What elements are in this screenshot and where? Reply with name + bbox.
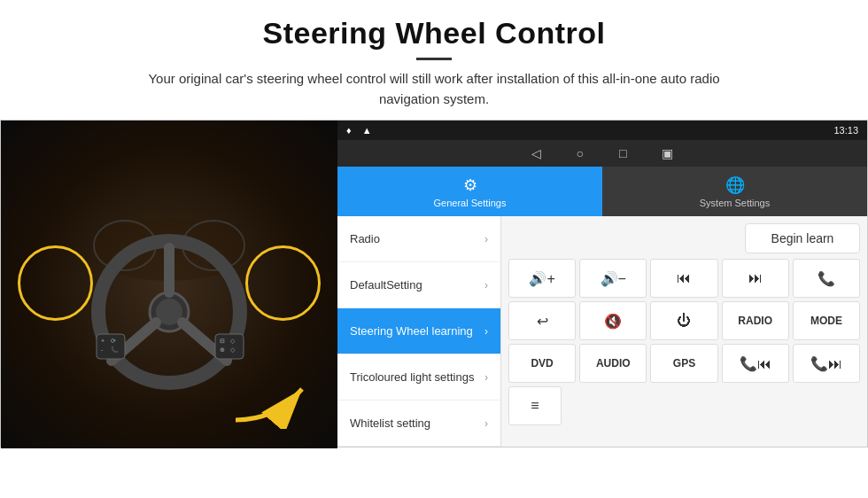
media-control-row1: 🔊+ 🔊− ⏮ ⏭ 📞 bbox=[508, 259, 860, 298]
call-prev-btn[interactable]: 📞⏮ bbox=[722, 344, 789, 383]
tab-general[interactable]: ⚙ General Settings bbox=[337, 167, 602, 216]
arrow-svg bbox=[231, 376, 311, 429]
control-panel: Begin learn 🔊+ 🔊− ⏮ bbox=[501, 216, 867, 447]
menu-item-whitelist-label: Whitelist setting bbox=[350, 416, 430, 430]
next-track-icon: ⏭ bbox=[748, 270, 763, 286]
prev-track-icon: ⏮ bbox=[677, 270, 691, 286]
media-control-row3: DVD AUDIO GPS 📞⏮ 📞⏭ bbox=[508, 344, 860, 383]
vol-down-btn[interactable]: 🔊− bbox=[579, 259, 647, 298]
menu-icon-btn[interactable]: ≡ bbox=[508, 386, 562, 425]
location-icon: ♦ bbox=[346, 125, 352, 136]
power-btn[interactable]: ⏻ bbox=[650, 301, 717, 340]
status-bar: ♦ ▲ 13:13 bbox=[337, 121, 867, 140]
begin-learn-button[interactable]: Begin learn bbox=[745, 223, 860, 253]
svg-text:📞: 📞 bbox=[111, 346, 119, 354]
gps-btn[interactable]: GPS bbox=[650, 344, 717, 383]
mute-btn[interactable]: 🔇 bbox=[579, 301, 647, 340]
menu-item-steering-chevron: › bbox=[484, 325, 488, 338]
menu-item-default[interactable]: DefaultSetting › bbox=[337, 262, 500, 308]
tab-system-label: System Settings bbox=[700, 198, 770, 208]
clock: 13:13 bbox=[833, 125, 858, 136]
header-subtitle: Your original car's steering wheel contr… bbox=[124, 69, 744, 109]
dvd-btn-label: DVD bbox=[531, 357, 553, 370]
call-next-btn[interactable]: 📞⏭ bbox=[793, 344, 860, 383]
signal-icon: ▲ bbox=[362, 125, 372, 136]
radio-btn-label: RADIO bbox=[738, 315, 772, 327]
vol-up-btn[interactable]: 🔊+ bbox=[508, 259, 576, 298]
circle-highlight-right bbox=[245, 245, 321, 321]
steering-wheel-svg: + - ⟳ 📞 ⊟ ⊕ ◇ ◇ bbox=[72, 197, 267, 392]
call-next-icon: 📞⏭ bbox=[810, 355, 842, 372]
general-settings-icon: ⚙ bbox=[463, 175, 477, 195]
audio-btn-label: AUDIO bbox=[596, 357, 631, 370]
svg-text:⊕: ⊕ bbox=[220, 346, 225, 353]
mute-icon: 🔇 bbox=[604, 313, 622, 330]
header-section: Steering Wheel Control Your original car… bbox=[0, 0, 868, 120]
menu-item-tricoloured[interactable]: Tricoloured light settings › bbox=[337, 354, 500, 401]
status-bar-right: 13:13 bbox=[833, 125, 858, 136]
gps-btn-label: GPS bbox=[673, 357, 695, 370]
arrow-container bbox=[231, 376, 311, 432]
menu-item-default-chevron: › bbox=[484, 279, 488, 292]
car-image-section: + - ⟳ 📞 ⊟ ⊕ ◇ ◇ bbox=[1, 121, 337, 448]
menu-item-steering[interactable]: Steering Wheel learning › bbox=[337, 308, 500, 354]
system-settings-icon: 🌐 bbox=[725, 175, 745, 195]
main-content: + - ⟳ 📞 ⊟ ⊕ ◇ ◇ bbox=[0, 120, 868, 447]
mode-btn[interactable]: MODE bbox=[793, 301, 860, 340]
vol-up-icon: 🔊+ bbox=[529, 270, 554, 287]
media-control-row2: ↩ 🔇 ⏻ RADIO MODE bbox=[508, 301, 860, 340]
recent-nav-icon[interactable]: □ bbox=[619, 146, 626, 160]
svg-text:+: + bbox=[101, 338, 105, 344]
vol-down-icon: 🔊− bbox=[601, 270, 626, 287]
page-container: Steering Wheel Control Your original car… bbox=[0, 0, 868, 447]
menu-item-radio[interactable]: Radio › bbox=[337, 216, 500, 262]
prev-track-btn[interactable]: ⏮ bbox=[650, 259, 717, 298]
home-nav-icon[interactable]: ○ bbox=[577, 146, 584, 160]
menu-item-whitelist-chevron: › bbox=[484, 417, 488, 430]
menu-item-steering-label: Steering Wheel learning bbox=[350, 324, 473, 338]
call-prev-icon: 📞⏮ bbox=[740, 355, 771, 372]
begin-learn-row: Begin learn bbox=[508, 223, 860, 253]
menu-item-radio-chevron: › bbox=[484, 233, 488, 245]
hangup-btn[interactable]: ↩ bbox=[508, 301, 576, 340]
back-nav-icon[interactable]: ◁ bbox=[531, 146, 541, 160]
audio-btn[interactable]: AUDIO bbox=[579, 344, 647, 383]
nav-bar: ◁ ○ □ ▣ bbox=[337, 140, 867, 167]
extra-row: ≡ bbox=[508, 386, 860, 425]
dvd-btn[interactable]: DVD bbox=[508, 344, 576, 383]
settings-content: Radio › DefaultSetting › Steering Wheel … bbox=[337, 216, 867, 447]
android-ui: ♦ ▲ 13:13 ◁ ○ □ ▣ ⚙ General Settings bbox=[337, 121, 867, 447]
radio-btn[interactable]: RADIO bbox=[722, 301, 789, 340]
menu-item-default-label: DefaultSetting bbox=[350, 278, 422, 292]
status-bar-left: ♦ ▲ bbox=[346, 125, 372, 136]
header-divider bbox=[416, 58, 452, 60]
svg-text:⊟: ⊟ bbox=[220, 338, 225, 344]
hangup-icon: ↩ bbox=[537, 313, 548, 330]
tab-general-label: General Settings bbox=[434, 198, 507, 208]
menu-list-icon: ≡ bbox=[531, 398, 539, 414]
tab-system[interactable]: 🌐 System Settings bbox=[602, 167, 867, 216]
call-icon: 📞 bbox=[818, 270, 835, 287]
page-title: Steering Wheel Control bbox=[35, 16, 833, 51]
svg-text:⟳: ⟳ bbox=[111, 338, 116, 344]
menu-item-radio-label: Radio bbox=[350, 232, 380, 245]
power-icon: ⏻ bbox=[677, 313, 691, 329]
settings-tabs: ⚙ General Settings 🌐 System Settings bbox=[337, 167, 867, 216]
mode-btn-label: MODE bbox=[810, 315, 842, 327]
circle-highlight-left bbox=[18, 245, 93, 321]
menu-item-tricoloured-chevron: › bbox=[484, 371, 488, 384]
menu-item-whitelist[interactable]: Whitelist setting › bbox=[337, 401, 500, 447]
settings-menu: Radio › DefaultSetting › Steering Wheel … bbox=[337, 216, 501, 447]
menu-item-tricoloured-label: Tricoloured light settings bbox=[350, 370, 474, 384]
call-btn[interactable]: 📞 bbox=[793, 259, 860, 298]
screenshot-nav-icon[interactable]: ▣ bbox=[662, 146, 673, 160]
next-track-btn[interactable]: ⏭ bbox=[722, 259, 789, 298]
car-background: + - ⟳ 📞 ⊟ ⊕ ◇ ◇ bbox=[1, 121, 337, 448]
